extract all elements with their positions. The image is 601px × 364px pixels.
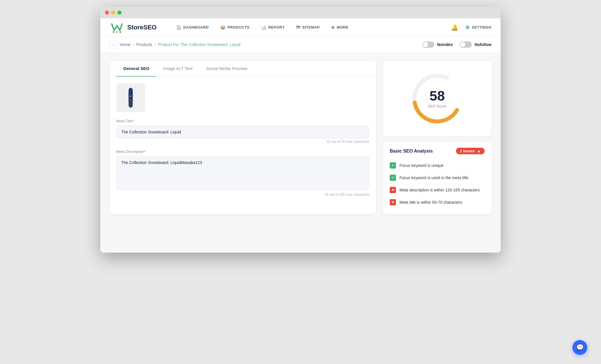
score-label: SEO Score xyxy=(428,104,446,108)
app-container: StoreSEO 🏠 DASHBOARD 📦 PRODUCTS 📊 REPORT… xyxy=(100,18,501,253)
nav-item-report[interactable]: 📊 REPORT xyxy=(255,18,290,37)
dashboard-icon: 🏠 xyxy=(176,25,182,30)
more-icon: ⊕ xyxy=(331,25,335,30)
nofollow-toggle-item: Nofollow xyxy=(460,41,491,48)
meta-description-char-count: 41 out of 165 max characters xyxy=(116,193,369,197)
analysis-item-text-2: Meta description is within 120-165 chara… xyxy=(399,188,480,192)
main-content: General SEO Image ALT Text Social Media … xyxy=(100,53,501,222)
tab-image-alt-text[interactable]: Image ALT Text xyxy=(156,61,200,77)
nav-right: 🔔 ⚙️ SETTINGS xyxy=(451,24,491,31)
nofollow-toggle[interactable] xyxy=(460,41,472,48)
noindex-label: Noindex xyxy=(437,42,453,47)
check-icon-error-2: ✕ xyxy=(390,187,396,193)
tabs: General SEO Image ALT Text Social Media … xyxy=(110,61,376,77)
breadcrumb-home[interactable]: Home xyxy=(120,42,130,47)
svg-point-1 xyxy=(113,31,114,33)
chat-button[interactable]: 💬 xyxy=(572,340,587,355)
analysis-item-3: ✕ Meta title is within 50-70 characters xyxy=(390,196,485,208)
breadcrumb-back-button[interactable]: ‹ xyxy=(110,41,118,49)
mac-titlebar xyxy=(100,7,501,18)
maximize-button[interactable] xyxy=(118,11,122,15)
issues-badge-text: 2 Issues xyxy=(460,149,475,153)
score-card: 58 SEO Score xyxy=(383,61,491,136)
noindex-toggle-item: Noindex xyxy=(422,41,453,48)
nav-item-products[interactable]: 📦 PRODUCTS xyxy=(214,18,255,37)
check-icon-success-0: ✓ xyxy=(390,162,396,169)
analysis-title: Basic SEO Analysis xyxy=(390,149,433,154)
score-number: 58 xyxy=(428,89,446,103)
check-icon-error-3: ✕ xyxy=(390,199,396,205)
nav-item-sitemap[interactable]: 🗺 SITEMAP xyxy=(290,18,325,37)
analysis-item-1: ✓ Focus keyword is used in the meta titl… xyxy=(390,172,485,184)
logo-icon xyxy=(110,20,124,35)
breadcrumb-current: Product Fix: The Collection Snowboard: L… xyxy=(158,42,240,47)
breadcrumb-bar: ‹ Home › Products › Product Fix: The Col… xyxy=(100,37,501,53)
report-icon: 📊 xyxy=(261,25,267,30)
tab-general-seo[interactable]: General SEO xyxy=(116,61,156,77)
breadcrumb-products[interactable]: Products xyxy=(136,42,152,47)
analysis-card: Basic SEO Analysis 2 Issues ▲ ✓ Focus ke… xyxy=(383,142,491,214)
nav-item-more[interactable]: ⊕ MORE xyxy=(325,18,354,37)
tab-social-media-preview[interactable]: Social Media Preview xyxy=(199,61,254,77)
chevron-up-icon: ▲ xyxy=(477,149,481,153)
chat-icon: 💬 xyxy=(576,344,584,351)
meta-title-group: Meta Title* 32 out of 70 max characters xyxy=(116,119,369,144)
svg-point-2 xyxy=(116,31,118,33)
top-nav: StoreSEO 🏠 DASHBOARD 📦 PRODUCTS 📊 REPORT… xyxy=(100,18,501,37)
left-panel: General SEO Image ALT Text Social Media … xyxy=(110,61,376,214)
meta-description-group: Meta Description* 41 out of 165 max char… xyxy=(116,149,369,197)
analysis-item-text-1: Focus keyword is used in the meta title xyxy=(399,175,468,180)
notifications-button[interactable]: 🔔 xyxy=(451,24,458,31)
products-icon: 📦 xyxy=(220,25,226,30)
analysis-item-2: ✕ Meta description is within 120-165 cha… xyxy=(390,184,485,196)
meta-title-label: Meta Title* xyxy=(116,119,369,123)
meta-description-input[interactable] xyxy=(116,156,369,190)
product-image-box: LIQUID xyxy=(116,83,145,112)
breadcrumb-sep-2: › xyxy=(154,42,156,47)
svg-rect-8 xyxy=(128,95,133,97)
analysis-item-text-0: Focus keyword is unique xyxy=(399,163,443,168)
meta-description-label: Meta Description* xyxy=(116,149,369,154)
breadcrumb-sep-1: › xyxy=(133,42,134,47)
nofollow-label: Nofollow xyxy=(475,42,491,47)
app-window: StoreSEO 🏠 DASHBOARD 📦 PRODUCTS 📊 REPORT… xyxy=(100,7,501,253)
close-button[interactable] xyxy=(105,11,109,15)
minimize-button[interactable] xyxy=(111,11,115,15)
toggle-group: Noindex Nofollow xyxy=(422,41,491,48)
product-image: LIQUID xyxy=(122,86,139,109)
analysis-item-0: ✓ Focus keyword is unique xyxy=(390,159,485,172)
nav-item-dashboard[interactable]: 🏠 DASHBOARD xyxy=(170,18,215,37)
check-icon-success-1: ✓ xyxy=(390,175,396,181)
score-text: 58 SEO Score xyxy=(428,89,446,108)
analysis-header: Basic SEO Analysis 2 Issues ▲ xyxy=(390,148,485,154)
breadcrumb: ‹ Home › Products › Product Fix: The Col… xyxy=(110,41,240,49)
svg-point-3 xyxy=(120,31,121,33)
meta-title-char-count: 32 out of 70 max characters xyxy=(116,140,369,144)
logo-text: StoreSEO xyxy=(127,24,157,31)
right-panel: 58 SEO Score Basic SEO Analysis 2 Issues… xyxy=(383,61,491,214)
issues-badge: 2 Issues ▲ xyxy=(456,148,485,154)
svg-rect-9 xyxy=(128,99,133,101)
logo-area: StoreSEO xyxy=(110,20,157,35)
nav-links: 🏠 DASHBOARD 📦 PRODUCTS 📊 REPORT 🗺 SITEMA… xyxy=(170,18,451,37)
tab-content: LIQUID Meta Title* 32 out of 70 max char… xyxy=(110,77,376,209)
settings-button[interactable]: ⚙️ SETTINGS xyxy=(465,25,491,29)
settings-gear-icon: ⚙️ xyxy=(465,25,470,29)
score-circle: 58 SEO Score xyxy=(409,70,466,127)
sitemap-icon: 🗺 xyxy=(296,25,300,30)
noindex-toggle[interactable] xyxy=(422,41,434,48)
back-arrow-icon: ‹ xyxy=(113,43,114,47)
meta-title-input[interactable] xyxy=(116,125,369,139)
analysis-item-text-3: Meta title is within 50-70 characters xyxy=(399,200,462,205)
